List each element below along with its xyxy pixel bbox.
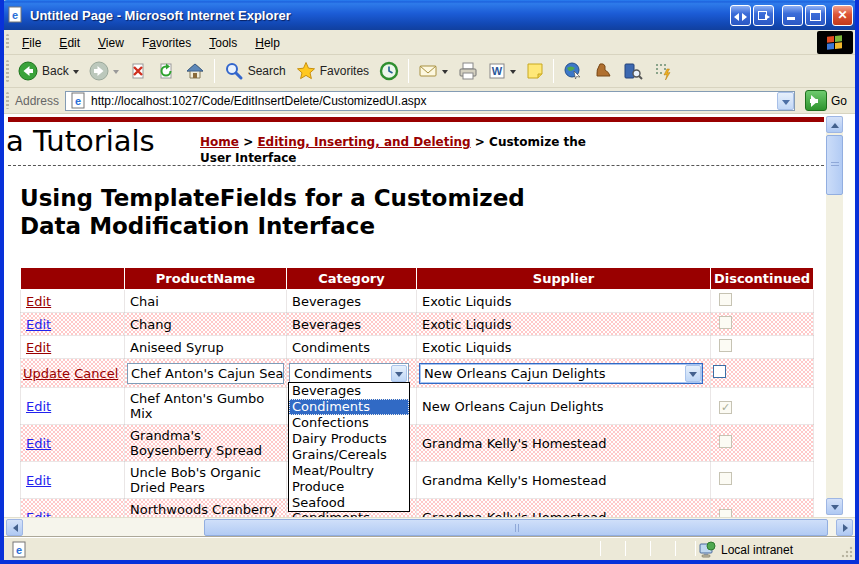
- minimize-button[interactable]: [782, 5, 803, 26]
- menu-item-help[interactable]: Help: [246, 33, 289, 53]
- breadcrumb-section-link[interactable]: Editing, Inserting, and Deleting: [257, 135, 470, 149]
- go-label[interactable]: Go: [831, 94, 847, 108]
- category-select-arrow[interactable]: [391, 365, 407, 382]
- menu-item-edit[interactable]: Edit: [50, 33, 89, 53]
- menu-item-view[interactable]: View: [89, 33, 133, 53]
- product-cell: Chef Anton's Gumbo Mix: [125, 388, 287, 425]
- edit-link[interactable]: Edit: [26, 294, 51, 309]
- forward-button[interactable]: [84, 58, 124, 84]
- category-option[interactable]: Dairy Products: [289, 431, 409, 447]
- discontinued-cell: [711, 425, 814, 462]
- breadcrumb-separator: >: [243, 135, 253, 149]
- addressbar-grip[interactable]: [6, 92, 9, 110]
- title-bar[interactable]: e Untitled Page - Microsoft Internet Exp…: [0, 0, 859, 30]
- home-button[interactable]: [180, 58, 210, 84]
- edit-link[interactable]: Edit: [26, 473, 51, 488]
- maximize-button[interactable]: [805, 5, 826, 26]
- toolbar-grip[interactable]: [6, 60, 9, 82]
- category-option[interactable]: Beverages: [289, 383, 409, 399]
- extension-button[interactable]: [588, 58, 618, 84]
- grid-row: EditUncle Bob's Organic Dried PearsGrand…: [21, 462, 814, 499]
- product-cell: Aniseed Syrup: [125, 336, 287, 359]
- supplier-select-arrow[interactable]: [685, 365, 701, 382]
- product-cell: Chai: [125, 290, 287, 313]
- edit-dropdown-caret[interactable]: [510, 70, 516, 77]
- discuss-button[interactable]: [521, 59, 549, 83]
- address-dropdown-button[interactable]: [777, 92, 794, 110]
- address-url[interactable]: http://localhost:1027/Code/EditInsertDel…: [91, 94, 777, 108]
- edit-link[interactable]: Edit: [26, 340, 51, 355]
- print-button[interactable]: [453, 58, 483, 84]
- search-button[interactable]: Search: [219, 58, 291, 84]
- favorites-button[interactable]: Favorites: [291, 58, 374, 84]
- discontinued-checkbox: [719, 509, 732, 517]
- update-link[interactable]: Update: [23, 366, 70, 381]
- edit-link[interactable]: Edit: [26, 317, 51, 332]
- product-edit-cell: Chef Anton's Cajun Sea: [125, 359, 287, 388]
- window-switch-button[interactable]: [730, 5, 751, 26]
- menubar-grip[interactable]: [6, 34, 9, 51]
- refresh-button[interactable]: [152, 59, 180, 83]
- menu-bar: FileEditViewFavoritesToolsHelp: [4, 30, 855, 55]
- vertical-scrollbar[interactable]: [826, 116, 843, 515]
- forward-dropdown-caret[interactable]: [113, 70, 119, 77]
- back-dropdown-caret[interactable]: [73, 70, 79, 77]
- scroll-up-button[interactable]: [826, 116, 843, 133]
- mail-dropdown-caret[interactable]: [442, 70, 448, 77]
- edit-link[interactable]: Edit: [26, 436, 51, 451]
- local-intranet-icon: [698, 541, 716, 559]
- supplier-edit-cell: New Orleans Cajun Delights: [417, 359, 711, 388]
- msn-button[interactable]: [558, 58, 588, 84]
- product-name-input[interactable]: Chef Anton's Cajun Sea: [127, 363, 284, 384]
- category-cell: Beverages: [287, 290, 417, 313]
- statusbar-pane-divider: [650, 541, 651, 556]
- category-option[interactable]: Meat/Poultry: [289, 463, 409, 479]
- word-icon: W: [488, 62, 506, 80]
- forward-icon: [89, 61, 109, 81]
- menu-item-tools[interactable]: Tools: [200, 33, 246, 53]
- products-gridview: ProductNameCategorySupplierDiscontinued …: [20, 267, 814, 517]
- horizontal-scrollbar[interactable]: [4, 517, 855, 536]
- product-cell: Grandma's Boysenberry Spread: [125, 425, 287, 462]
- edit-with-word-button[interactable]: W: [483, 59, 521, 83]
- mail-button[interactable]: [413, 58, 453, 84]
- standard-toolbar: Back: [4, 55, 855, 88]
- category-option[interactable]: Seafood: [289, 495, 409, 511]
- horizontal-scroll-thumb[interactable]: [204, 519, 828, 536]
- category-option[interactable]: Confections: [289, 415, 409, 431]
- supplier-select[interactable]: New Orleans Cajun Delights: [419, 363, 703, 384]
- address-label: Address: [13, 94, 65, 108]
- back-icon: [18, 61, 38, 81]
- breadcrumb-home-link[interactable]: Home: [200, 135, 239, 149]
- grid-header-actions: [21, 268, 125, 290]
- history-button[interactable]: [374, 58, 404, 84]
- scroll-left-button[interactable]: [6, 519, 23, 536]
- menu-item-file[interactable]: File: [13, 33, 50, 53]
- go-button[interactable]: [805, 90, 827, 111]
- actions-cell: Edit: [21, 462, 125, 499]
- menu-item-favorites[interactable]: Favorites: [133, 33, 200, 53]
- vertical-scroll-thumb[interactable]: [826, 135, 843, 195]
- edit-link[interactable]: Edit: [26, 510, 51, 518]
- resize-grip[interactable]: [840, 545, 853, 558]
- edit-link[interactable]: Edit: [26, 399, 51, 414]
- boot-icon: [593, 61, 613, 81]
- window-detach-button[interactable]: [753, 5, 774, 26]
- scroll-down-button[interactable]: [826, 498, 843, 515]
- breadcrumb: Home > Editing, Inserting, and Deleting …: [200, 134, 592, 166]
- close-button[interactable]: ✕: [832, 5, 853, 26]
- research-button[interactable]: [618, 58, 648, 84]
- scroll-right-button[interactable]: [836, 519, 853, 536]
- category-option[interactable]: Produce: [289, 479, 409, 495]
- cancel-link[interactable]: Cancel: [74, 366, 118, 381]
- grid-header-productname: ProductName: [125, 268, 287, 290]
- stop-button[interactable]: [124, 59, 152, 83]
- discontinued-checkbox[interactable]: [713, 365, 726, 378]
- back-button[interactable]: Back: [13, 58, 84, 84]
- category-select[interactable]: Condiments: [289, 363, 409, 384]
- product-cell: Chang: [125, 313, 287, 336]
- messenger-button[interactable]: [648, 58, 678, 84]
- category-option[interactable]: Condiments: [289, 399, 409, 415]
- category-option[interactable]: Grains/Cereals: [289, 447, 409, 463]
- address-input[interactable]: e http://localhost:1027/Code/EditInsertD…: [65, 91, 795, 111]
